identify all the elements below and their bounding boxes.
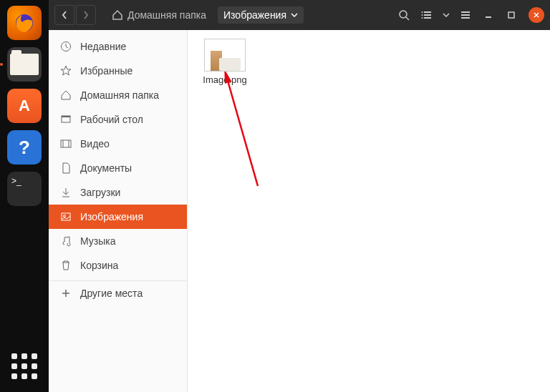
- breadcrumb-home[interactable]: Домашняя папка: [106, 6, 212, 24]
- firefox-icon: [12, 11, 37, 35]
- close-button[interactable]: [529, 7, 544, 23]
- svg-point-6: [422, 11, 423, 13]
- sidebar-item-other-places[interactable]: Другие места: [49, 281, 187, 305]
- sidebar-item-trash[interactable]: Корзина: [49, 253, 187, 278]
- sidebar-item-label: Домашняя папка: [80, 89, 159, 101]
- dock-firefox-icon[interactable]: [7, 6, 42, 40]
- chevron-down-icon: [291, 13, 298, 17]
- desktop-icon: [60, 114, 72, 125]
- folder-icon: [10, 54, 39, 75]
- titlebar: Домашняя папка Изображения: [49, 0, 550, 30]
- files-window: Домашняя папка Изображения: [49, 0, 550, 392]
- search-icon: [398, 9, 410, 21]
- nav-forward-button[interactable]: [76, 5, 96, 25]
- svg-point-1: [400, 11, 407, 18]
- view-list-button[interactable]: [417, 5, 437, 25]
- star-icon: [60, 65, 72, 77]
- sidebar: Недавние Избранные Домашняя папка Рабочи…: [49, 30, 188, 392]
- plus-icon: [60, 288, 72, 299]
- annotation-arrow: [208, 72, 265, 193]
- minimize-icon: [484, 11, 493, 19]
- sidebar-item-downloads[interactable]: Загрузки: [49, 180, 187, 205]
- terminal-icon: >_: [11, 176, 21, 186]
- maximize-button[interactable]: [501, 5, 521, 25]
- breadcrumb-current[interactable]: Изображения: [218, 6, 304, 24]
- close-icon: [533, 11, 540, 19]
- software-center-icon: A: [19, 97, 30, 115]
- sidebar-item-label: Избранные: [80, 65, 132, 77]
- svg-point-7: [422, 14, 423, 16]
- sidebar-item-label: Документы: [80, 162, 132, 174]
- svg-rect-13: [508, 12, 514, 18]
- nav-back-button[interactable]: [54, 5, 74, 25]
- sidebar-item-videos[interactable]: Видео: [49, 132, 187, 156]
- home-icon: [60, 89, 72, 101]
- file-item[interactable]: Image.png: [196, 39, 254, 85]
- sidebar-item-label: Корзина: [80, 260, 118, 271]
- video-icon: [60, 138, 72, 150]
- sidebar-item-desktop[interactable]: Рабочий стол: [49, 107, 187, 132]
- list-icon: [421, 9, 433, 21]
- sidebar-item-music[interactable]: Музыка: [49, 229, 187, 253]
- image-icon: [60, 211, 72, 222]
- svg-line-26: [226, 76, 258, 186]
- content-area[interactable]: Image.png: [188, 30, 550, 392]
- sidebar-item-starred[interactable]: Избранные: [49, 59, 187, 83]
- chevron-down-icon: [443, 13, 450, 17]
- hamburger-icon: [460, 9, 471, 21]
- document-icon: [60, 162, 72, 174]
- download-icon: [60, 187, 72, 198]
- sidebar-item-label: Музыка: [80, 235, 116, 247]
- minimize-button[interactable]: [478, 5, 498, 25]
- sidebar-item-label: Другие места: [80, 288, 143, 299]
- view-dropdown-button[interactable]: [440, 5, 453, 25]
- dock-terminal-icon[interactable]: >_: [7, 172, 42, 206]
- sidebar-item-label: Загрузки: [80, 187, 120, 198]
- svg-line-2: [406, 17, 409, 20]
- clock-icon: [60, 41, 72, 52]
- svg-point-8: [422, 17, 423, 19]
- sidebar-item-label: Рабочий стол: [80, 114, 143, 125]
- help-icon: ?: [19, 137, 30, 159]
- hamburger-menu-button[interactable]: [455, 5, 476, 25]
- svg-rect-19: [61, 140, 71, 147]
- sidebar-item-label: Видео: [80, 138, 110, 150]
- chevron-left-icon: [61, 10, 68, 20]
- sidebar-item-pictures[interactable]: Изображения: [49, 205, 187, 229]
- home-icon: [112, 9, 123, 21]
- breadcrumb-current-label: Изображения: [223, 9, 286, 21]
- maximize-icon: [507, 11, 516, 19]
- sidebar-item-documents[interactable]: Документы: [49, 156, 187, 180]
- sidebar-item-recent[interactable]: Недавние: [49, 34, 187, 59]
- dock-apps-grid-icon[interactable]: [7, 349, 42, 383]
- dock-files-icon[interactable]: [7, 47, 42, 82]
- svg-rect-18: [62, 116, 70, 117]
- breadcrumb-home-label: Домашняя папка: [127, 9, 206, 21]
- chevron-right-icon: [82, 10, 90, 20]
- sidebar-item-home[interactable]: Домашняя папка: [49, 83, 187, 107]
- svg-point-23: [64, 215, 66, 217]
- music-icon: [60, 235, 72, 247]
- file-thumbnail: [204, 39, 246, 72]
- file-name: Image.png: [203, 74, 246, 85]
- dock: A ? >_: [0, 0, 49, 392]
- sidebar-item-label: Изображения: [80, 211, 143, 222]
- dock-help-icon[interactable]: ?: [7, 130, 42, 165]
- sidebar-item-label: Недавние: [80, 41, 126, 52]
- trash-icon: [60, 260, 72, 271]
- dock-software-icon[interactable]: A: [7, 89, 42, 123]
- search-button[interactable]: [394, 5, 414, 25]
